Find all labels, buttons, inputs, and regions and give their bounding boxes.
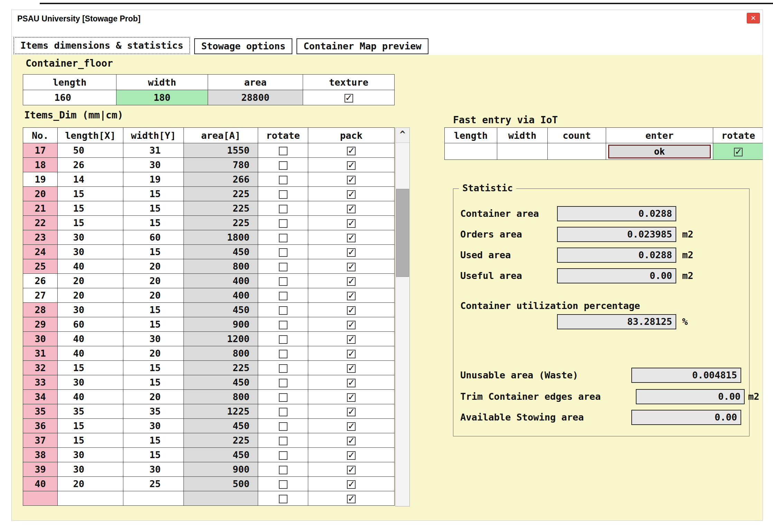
item-length-cell[interactable]: 30	[58, 448, 123, 462]
pack-checkbox[interactable]	[347, 219, 356, 228]
pack-checkbox[interactable]	[347, 393, 356, 402]
rotate-checkbox[interactable]	[279, 321, 287, 329]
ok-button[interactable]: ok	[608, 145, 711, 158]
item-no-cell[interactable]: 19	[23, 172, 58, 187]
pack-checkbox[interactable]	[347, 408, 356, 416]
item-length-cell[interactable]: 40	[58, 390, 123, 404]
fe-length-cell[interactable]	[445, 143, 497, 160]
item-no-cell[interactable]: 24	[23, 245, 58, 259]
rotate-checkbox[interactable]	[279, 350, 287, 358]
item-width-cell[interactable]: 30	[123, 332, 184, 346]
scroll-up-button[interactable]: ^	[396, 128, 409, 143]
utilization-field[interactable]: 83.28125	[557, 314, 676, 329]
item-no-cell[interactable]: 31	[23, 346, 58, 361]
pack-checkbox[interactable]	[347, 480, 356, 489]
pack-checkbox[interactable]	[347, 364, 356, 373]
item-length-cell[interactable]: 40	[58, 259, 123, 274]
rotate-checkbox[interactable]	[279, 393, 287, 402]
rotate-checkbox[interactable]	[279, 292, 287, 300]
item-length-cell[interactable]: 15	[58, 187, 123, 201]
pack-checkbox[interactable]	[347, 234, 356, 242]
rotate-checkbox[interactable]	[279, 408, 287, 416]
item-no-cell[interactable]: 17	[23, 143, 58, 158]
item-width-cell[interactable]: 31	[123, 143, 184, 158]
rotate-checkbox[interactable]	[279, 451, 287, 460]
rotate-checkbox[interactable]	[279, 190, 287, 199]
item-width-cell[interactable]: 30	[123, 158, 184, 172]
item-no-cell[interactable]: 18	[23, 158, 58, 172]
rotate-checkbox[interactable]	[279, 219, 287, 228]
item-no-cell[interactable]: 38	[23, 448, 58, 462]
pack-checkbox[interactable]	[347, 147, 356, 155]
rotate-checkbox[interactable]	[279, 379, 287, 387]
rotate-checkbox[interactable]	[279, 147, 287, 155]
item-width-cell[interactable]: 15	[123, 187, 184, 201]
item-width-cell[interactable]: 30	[123, 419, 184, 433]
fe-count-cell[interactable]	[548, 143, 606, 160]
tab-items-dimensions-statistics[interactable]: Items dimensions & statistics	[13, 37, 190, 54]
item-no-cell[interactable]: 27	[23, 288, 58, 303]
item-width-cell[interactable]: 30	[123, 462, 184, 477]
texture-checkbox[interactable]	[345, 94, 353, 103]
trim-edges-field[interactable]: 0.00	[636, 389, 745, 404]
cf-length-cell[interactable]: 160	[23, 90, 116, 105]
rotate-checkbox[interactable]	[279, 495, 287, 503]
pack-checkbox[interactable]	[347, 321, 356, 329]
orders-area-field[interactable]: 0.023985	[557, 227, 676, 242]
item-length-cell[interactable]: 30	[58, 230, 123, 245]
item-length-cell[interactable]: 20	[58, 477, 123, 491]
item-length-cell[interactable]: 35	[58, 404, 123, 419]
item-width-cell[interactable]: 25	[123, 477, 184, 491]
rotate-checkbox[interactable]	[279, 205, 287, 213]
pack-checkbox[interactable]	[347, 437, 356, 445]
item-width-cell[interactable]: 35	[123, 404, 184, 419]
used-area-field[interactable]: 0.0288	[557, 248, 676, 263]
item-width-cell[interactable]: 20	[123, 390, 184, 404]
item-length-cell[interactable]: 30	[58, 245, 123, 259]
item-no-cell[interactable]: 39	[23, 462, 58, 477]
item-width-cell[interactable]: 60	[123, 230, 184, 245]
pack-checkbox[interactable]	[347, 451, 356, 460]
item-width-cell[interactable]: 15	[123, 375, 184, 390]
item-length-cell[interactable]: 26	[58, 158, 123, 172]
rotate-checkbox[interactable]	[279, 364, 287, 373]
item-width-cell[interactable]: 15	[123, 361, 184, 375]
item-no-cell[interactable]: 30	[23, 332, 58, 346]
item-width-cell[interactable]: 15	[123, 216, 184, 230]
item-no-cell[interactable]: 28	[23, 303, 58, 317]
rotate-checkbox[interactable]	[279, 161, 287, 170]
container-area-field[interactable]: 0.0288	[557, 206, 676, 221]
item-no-cell[interactable]: 33	[23, 375, 58, 390]
item-no-cell[interactable]: 40	[23, 477, 58, 491]
rotate-checkbox[interactable]	[279, 176, 287, 184]
item-no-cell[interactable]: 26	[23, 274, 58, 288]
rotate-checkbox[interactable]	[279, 466, 287, 474]
item-length-cell[interactable]: 40	[58, 332, 123, 346]
item-no-cell[interactable]: 35	[23, 404, 58, 419]
item-width-cell[interactable]: 20	[123, 259, 184, 274]
rotate-checkbox[interactable]	[279, 306, 287, 315]
item-width-cell[interactable]: 20	[123, 288, 184, 303]
item-width-cell[interactable]: 19	[123, 172, 184, 187]
item-length-cell[interactable]: 30	[58, 303, 123, 317]
pack-checkbox[interactable]	[347, 248, 356, 257]
item-length-cell[interactable]: 50	[58, 143, 123, 158]
fe-width-cell[interactable]	[497, 143, 548, 160]
pack-checkbox[interactable]	[347, 495, 356, 503]
pack-checkbox[interactable]	[347, 263, 356, 271]
pack-checkbox[interactable]	[347, 205, 356, 213]
fe-rotate-checkbox[interactable]	[734, 148, 743, 156]
item-no-cell[interactable]: 21	[23, 201, 58, 216]
item-length-cell[interactable]: 40	[58, 346, 123, 361]
item-width-cell[interactable]: 15	[123, 303, 184, 317]
close-button[interactable]: ✕	[747, 13, 760, 23]
items-scrollbar[interactable]: ^	[395, 127, 410, 506]
item-no-cell[interactable]: 22	[23, 216, 58, 230]
pack-checkbox[interactable]	[347, 190, 356, 199]
item-width-cell[interactable]	[123, 491, 184, 506]
tab-container-map-preview[interactable]: Container Map preview	[296, 38, 428, 54]
item-width-cell[interactable]: 15	[123, 433, 184, 448]
item-width-cell[interactable]: 20	[123, 346, 184, 361]
item-no-cell[interactable]: 32	[23, 361, 58, 375]
item-width-cell[interactable]: 15	[123, 317, 184, 332]
